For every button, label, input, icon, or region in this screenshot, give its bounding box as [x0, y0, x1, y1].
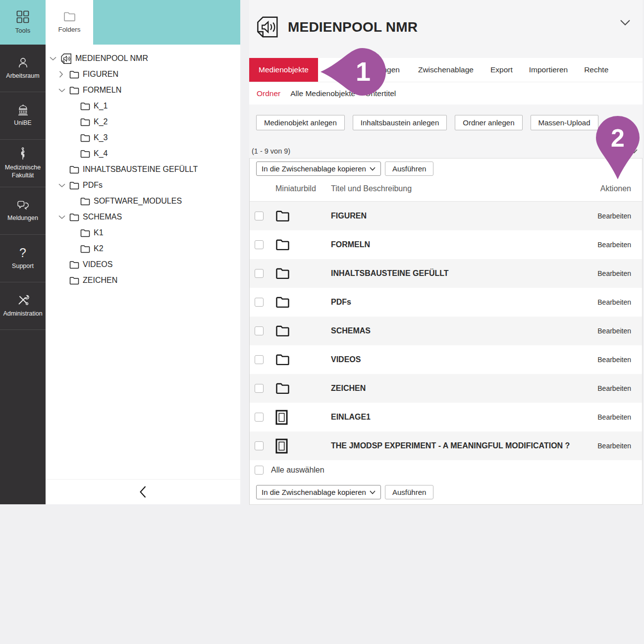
edit-link[interactable]: Bearbeiten [583, 327, 642, 335]
edit-link[interactable]: Bearbeiten [583, 241, 642, 249]
tree-item[interactable]: MEDIENPOOL NMR [46, 51, 240, 66]
ausfuehren-button[interactable]: Ausführen [385, 485, 433, 499]
rail-item-label: Medizinische Fakultät [0, 164, 46, 179]
chevron-down-icon[interactable] [50, 56, 60, 61]
folder-icon [80, 197, 90, 206]
rail-item-tools[interactable]: Tools [0, 0, 46, 45]
table-row: FORMELN Bearbeiten [250, 230, 642, 259]
folder-icon [271, 325, 331, 337]
table-header: Miniaturbild Titel und Beschreibung Akti… [250, 176, 642, 202]
folder-icon [271, 354, 331, 366]
ausfuehren-button[interactable]: Ausführen [385, 161, 433, 176]
tree-item[interactable]: SCHEMAS [46, 209, 240, 225]
edit-link[interactable]: Bearbeiten [583, 212, 642, 220]
question-icon: ? [19, 247, 26, 259]
rail-item-unibe[interactable]: UniBE [0, 92, 46, 140]
row-checkbox[interactable] [255, 298, 264, 307]
tree-item-label: SCHEMAS [83, 213, 122, 221]
edit-link[interactable]: Bearbeiten [583, 269, 642, 277]
chevron-down-icon[interactable] [58, 183, 69, 188]
tab-medienobjekte[interactable]: Medienobjekte [249, 58, 318, 82]
row-checkbox[interactable] [255, 355, 264, 364]
chevron-down-icon[interactable] [620, 20, 630, 26]
annotation-pin-1: 1 [320, 47, 387, 97]
chevron-down-icon[interactable] [58, 215, 69, 219]
folder-panel: Folders MEDIENPOOL NMR FIGUREN FORMELN K… [46, 0, 240, 504]
tree-item[interactable]: K2 [46, 241, 240, 257]
tree-item[interactable]: K_1 [46, 98, 240, 114]
folder-icon [271, 210, 331, 222]
tree-item[interactable]: K_2 [46, 114, 240, 130]
tree-item[interactable]: K_3 [46, 130, 240, 146]
row-title: THE JMODSP EXPERIMENT - A MEANINGFUL MOD… [331, 441, 583, 450]
chat-bubbles-icon [16, 199, 30, 211]
folder-icon [69, 165, 79, 174]
chevron-down-icon[interactable] [58, 88, 69, 93]
row-checkbox[interactable] [255, 384, 264, 393]
tab-export[interactable]: Export [490, 58, 513, 82]
folder-icon [69, 86, 79, 95]
ordner-anlegen-button[interactable]: Ordner anlegen [455, 115, 522, 130]
row-title: EINLAGE1 [331, 413, 583, 422]
edit-link[interactable]: Bearbeiten [583, 442, 642, 450]
massen-upload-button[interactable]: Massen-Upload [531, 115, 598, 130]
tree-item[interactable]: FIGUREN [46, 66, 240, 82]
edit-link[interactable]: Bearbeiten [583, 384, 642, 392]
row-checkbox[interactable] [255, 212, 264, 220]
medienobjekt-anlegen-button[interactable]: Medienobjekt anlegen [256, 115, 345, 130]
tree-item-label: FIGUREN [83, 70, 118, 79]
inhaltsbaustein-anlegen-button[interactable]: Inhaltsbaustein anlegen [353, 115, 447, 130]
tree-item[interactable]: K_4 [46, 146, 240, 161]
row-checkbox[interactable] [255, 441, 264, 450]
tree-item[interactable]: FORMELN [46, 82, 240, 98]
rail-item-administration[interactable]: Administration [0, 282, 46, 330]
page-title: MEDIENPOOL NMR [288, 19, 418, 35]
tree-item-label: K2 [94, 244, 104, 253]
tree-item[interactable]: SOFTWARE_MODULES [46, 193, 240, 209]
panel-header-strip [93, 0, 240, 45]
tab-rechte[interactable]: Rechte [584, 58, 608, 82]
panel-collapse-bar [46, 479, 240, 504]
bulk-action-select[interactable]: In die Zwischenablage kopieren [256, 161, 381, 176]
select-all-checkbox[interactable] [255, 466, 264, 475]
bulk-action-select[interactable]: In die Zwischenablage kopieren [256, 485, 381, 499]
rail-item-support[interactable]: ? Support [0, 235, 46, 282]
rail-item-meldungen[interactable]: Meldungen [0, 187, 46, 235]
edit-link[interactable]: Bearbeiten [583, 413, 642, 421]
tree-item[interactable]: K1 [46, 225, 240, 241]
row-checkbox[interactable] [255, 413, 264, 422]
tree-item[interactable]: INHALTSBAUSTEINE GEFÜLLT [46, 161, 240, 177]
rail-item-medizinische-fakultaet[interactable]: Medizinische Fakultät [0, 140, 46, 187]
tree-item-label: K_3 [94, 133, 107, 142]
row-checkbox[interactable] [255, 269, 264, 278]
main-header: MEDIENPOOL NMR [249, 0, 643, 58]
page: { "colors": { "teal": "#87d1d1", "sideba… [0, 0, 644, 644]
subtab-bar: Ordner Alle Medienobjekte Untertitel [249, 82, 643, 105]
row-checkbox[interactable] [255, 326, 264, 335]
row-checkbox[interactable] [255, 240, 264, 249]
tree-item-label: MEDIENPOOL NMR [75, 54, 148, 63]
tab-zwischenablage[interactable]: Zwischenablage [418, 58, 474, 82]
folder-icon [80, 118, 90, 126]
tree-item[interactable]: ZEICHEN [46, 272, 240, 288]
rail-item-label: Support [11, 263, 35, 270]
rail-item-arbeitsraum[interactable]: Arbeitsraum [0, 45, 46, 92]
edit-link[interactable]: Bearbeiten [583, 298, 642, 306]
table-row: INHALTSBAUSTEINE GEFÜLLT Bearbeiten [250, 259, 642, 288]
main-panel: MEDIENPOOL NMR Medienobjekte ungen Zwisc… [249, 0, 643, 504]
folder-icon [80, 102, 90, 110]
subtab-ordner[interactable]: Ordner [257, 89, 280, 98]
chevron-left-icon[interactable] [139, 485, 147, 498]
row-title: FORMELN [331, 240, 583, 249]
tab-folders[interactable]: Folders [46, 0, 93, 45]
table-row: VIDEOS Bearbeiten [250, 345, 642, 374]
tab-importieren[interactable]: Importieren [529, 58, 568, 82]
edit-link[interactable]: Bearbeiten [583, 356, 642, 364]
document-icon [271, 438, 331, 454]
tree-item[interactable]: VIDEOS [46, 257, 240, 272]
tree-item[interactable]: PDFs [46, 177, 240, 193]
folder-icon [271, 268, 331, 279]
bulk-action-toolbar-bottom: In die Zwischenablage kopieren Ausführen [250, 480, 642, 499]
folder-icon [271, 296, 331, 308]
chevron-right-icon[interactable] [58, 71, 69, 78]
